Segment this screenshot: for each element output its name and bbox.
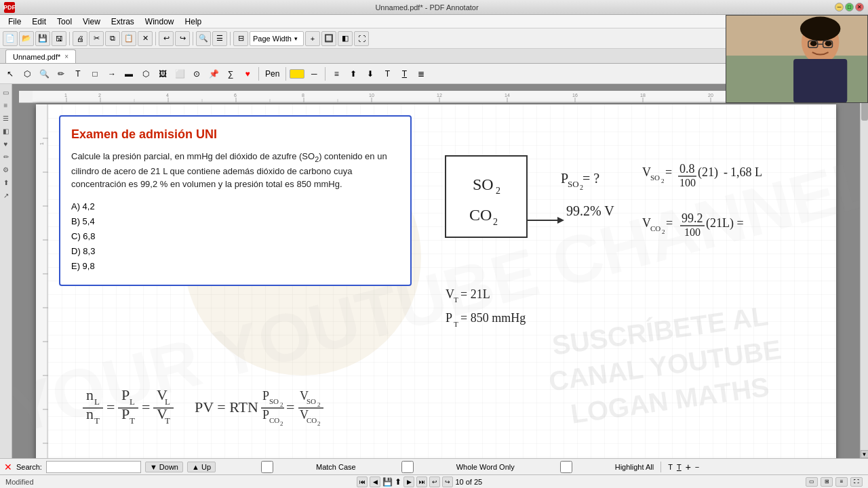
fullscreen-btn[interactable]: ⛶ xyxy=(354,31,369,46)
pen-tool[interactable]: ✏ xyxy=(54,66,68,81)
select-tool[interactable]: ↖ xyxy=(3,66,18,81)
shape-tool[interactable]: □ xyxy=(87,66,102,81)
delete-btn[interactable]: ✕ xyxy=(138,31,153,46)
minimize-button[interactable]: ─ xyxy=(835,3,844,12)
search-down-btn[interactable]: ▼ Down xyxy=(145,462,183,472)
find-btn[interactable]: 🔍 xyxy=(196,31,211,46)
sticky-tool[interactable]: 📌 xyxy=(206,66,221,81)
prev-page-btn[interactable]: ◀ xyxy=(370,476,380,487)
zoom-dropdown-arrow: ▾ xyxy=(294,35,298,42)
search-up-btn[interactable]: ▲ Up xyxy=(187,462,216,472)
text-arrow-down[interactable]: ⬇ xyxy=(363,66,378,81)
fit-page-btn[interactable]: ⊟ xyxy=(233,31,248,46)
stamp-tool[interactable]: ⬡ xyxy=(138,66,153,81)
svg-text:2: 2 xyxy=(317,420,321,427)
arrow-tool[interactable]: → xyxy=(104,66,119,81)
print-btn[interactable]: 🖨 xyxy=(73,31,87,46)
whole-word-check[interactable]: Whole Word Only xyxy=(360,461,515,473)
text-format3[interactable]: ≣ xyxy=(414,66,429,81)
format-icon-3[interactable]: + xyxy=(686,462,691,472)
next-page-btn[interactable]: ▶ xyxy=(403,476,414,487)
match-case-checkbox[interactable] xyxy=(220,461,315,473)
svg-text:8: 8 xyxy=(302,93,304,98)
match-case-check[interactable]: Match Case xyxy=(220,461,356,473)
cut-btn[interactable]: ✂ xyxy=(89,31,104,46)
text-align-left[interactable]: ≡ xyxy=(329,66,344,81)
whole-word-checkbox[interactable] xyxy=(360,461,455,473)
handwritten-area: SO 2 CO 2 99.2% V P SO xyxy=(425,115,846,456)
paste-btn[interactable]: 📋 xyxy=(121,31,136,46)
pdf-area[interactable]: 1 2 4 6 8 10 12 xyxy=(12,84,860,458)
highlight-all-check[interactable]: Highlight All xyxy=(519,461,654,473)
sidebar-icon-7[interactable]: ⚙ xyxy=(3,164,9,176)
scroll-down[interactable]: ▼ xyxy=(861,450,869,458)
sidebar-icon-1[interactable]: ▭ xyxy=(3,87,9,98)
menu-window[interactable]: Window xyxy=(140,16,180,28)
zoom-dropdown[interactable]: Page Width ▾ xyxy=(250,31,304,46)
menu-view[interactable]: View xyxy=(77,16,106,28)
sidebar-icon-5[interactable]: ♥ xyxy=(4,138,8,150)
view-continuous-btn[interactable]: ≡ xyxy=(835,477,848,487)
math-tool[interactable]: ∑ xyxy=(223,66,238,81)
sidebar-icon-9[interactable]: ↗ xyxy=(3,190,9,201)
save-as-btn[interactable]: 🖫 xyxy=(52,31,66,46)
color-picker[interactable] xyxy=(290,69,304,79)
view-single-btn[interactable]: ▭ xyxy=(806,477,818,487)
select-text-tool[interactable]: ⬡ xyxy=(20,66,35,81)
redo-btn[interactable]: ↪ xyxy=(175,31,190,46)
zoom-out-status-btn[interactable]: ↩ xyxy=(429,476,440,487)
eraser-tool[interactable]: ⬜ xyxy=(172,66,187,81)
sidebar-icon-3[interactable]: ☰ xyxy=(3,113,9,124)
highlight-tool[interactable]: ▬ xyxy=(121,66,136,81)
menu-help[interactable]: Help xyxy=(180,16,208,28)
close-tab-btn[interactable]: × xyxy=(64,53,68,60)
layers-btn[interactable]: ☰ xyxy=(212,31,227,46)
page-save-icon[interactable]: 💾 xyxy=(382,477,393,487)
text-tool[interactable]: T xyxy=(71,66,85,81)
searchbar: ✕ Search: ▼ Down ▲ Up Match Case Whole W… xyxy=(0,458,868,474)
view-controls: ▭ ⊞ ≡ ⛶ xyxy=(806,477,863,487)
format-icon-1[interactable]: T xyxy=(668,463,673,471)
fav-tool[interactable]: ♥ xyxy=(240,66,255,81)
view-fullscreen-btn[interactable]: ⛶ xyxy=(850,477,863,487)
highlight-all-checkbox[interactable] xyxy=(519,461,614,473)
undo-btn[interactable]: ↩ xyxy=(159,31,174,46)
format-icon-2[interactable]: T xyxy=(677,463,682,471)
svg-text:10: 10 xyxy=(369,93,374,98)
copy-btn[interactable]: ⧉ xyxy=(105,31,120,46)
view-double-btn[interactable]: ⊞ xyxy=(821,477,833,487)
zoom-out-btn[interactable]: 🔲 xyxy=(321,31,336,46)
first-page-btn[interactable]: ⏮ xyxy=(357,476,368,487)
format-icon-4[interactable]: − xyxy=(695,463,699,471)
image-tool[interactable]: 🖼 xyxy=(155,66,170,81)
text-format2[interactable]: T xyxy=(397,66,412,81)
zoom-in-status-btn[interactable]: ↪ xyxy=(442,476,453,487)
page-upload-icon[interactable]: ⬆ xyxy=(395,477,401,487)
right-scrollbar[interactable]: ▲ ▼ xyxy=(860,84,868,458)
sidepanel-btn[interactable]: ◧ xyxy=(338,31,353,46)
text-format[interactable]: T xyxy=(380,66,395,81)
save-btn[interactable]: 💾 xyxy=(35,31,50,46)
sidebar-icon-8[interactable]: ⬆ xyxy=(3,177,9,188)
sidebar-icon-4[interactable]: ◧ xyxy=(3,125,9,137)
open-btn[interactable]: 📂 xyxy=(19,31,34,46)
menu-tool[interactable]: Tool xyxy=(52,16,77,28)
close-search-btn[interactable]: ✕ xyxy=(4,462,12,472)
active-tab[interactable]: Unnamed.pdf* × xyxy=(5,49,76,63)
maximize-button[interactable]: □ xyxy=(845,3,854,12)
menu-edit[interactable]: Edit xyxy=(26,16,52,28)
menu-extras[interactable]: Extras xyxy=(106,16,140,28)
line-width[interactable]: ─ xyxy=(307,66,321,81)
sidebar-icon-6[interactable]: ✏ xyxy=(3,151,9,163)
new-btn[interactable]: 📄 xyxy=(3,31,18,46)
sidebar-icon-2[interactable]: ≡ xyxy=(4,100,8,111)
ruler-svg: 1 2 4 6 8 10 12 xyxy=(33,91,846,103)
menu-file[interactable]: File xyxy=(3,16,26,28)
zoom-tool[interactable]: 🔍 xyxy=(37,66,52,81)
lasso-tool[interactable]: ⊙ xyxy=(189,66,204,81)
text-arrow-up[interactable]: ⬆ xyxy=(346,66,361,81)
close-button[interactable]: ✕ xyxy=(855,3,864,12)
search-input[interactable] xyxy=(46,461,141,473)
last-page-btn[interactable]: ⏭ xyxy=(416,476,427,487)
zoom-in-btn[interactable]: + xyxy=(305,31,320,46)
